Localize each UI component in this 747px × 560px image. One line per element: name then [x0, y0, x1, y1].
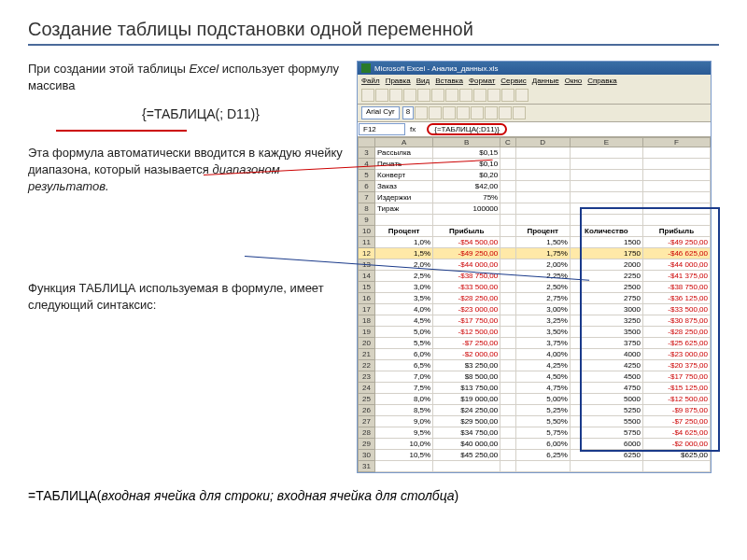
toolbar-button[interactable] [513, 106, 526, 119]
cell[interactable]: -$41 375,00 [642, 271, 710, 282]
menu-item[interactable]: Файл [361, 77, 380, 85]
cell[interactable]: -$30 875,00 [642, 315, 710, 327]
cell[interactable]: $13 750,00 [433, 383, 500, 394]
cell[interactable]: 5,0% [375, 327, 433, 338]
cell[interactable]: Тираж [375, 203, 433, 215]
cell[interactable]: 6,0% [375, 349, 433, 360]
cell[interactable]: $29 500,00 [433, 416, 500, 427]
row-header[interactable]: 9 [359, 215, 375, 226]
cell[interactable]: -$25 625,00 [642, 338, 710, 349]
cell[interactable]: 5,75% [515, 427, 570, 439]
cell[interactable]: -$49 250,00 [642, 237, 710, 248]
cell[interactable]: 7,0% [375, 371, 433, 383]
toolbar-button[interactable] [429, 106, 442, 119]
cell[interactable]: 4250 [570, 360, 642, 371]
cell[interactable]: 1,75% [515, 248, 570, 259]
font-size-box[interactable]: 8 [402, 106, 414, 119]
toolbar-button[interactable] [403, 89, 416, 102]
cell[interactable]: 4,00% [515, 349, 570, 360]
cell[interactable]: 3000 [570, 304, 642, 315]
cell[interactable]: 2,00% [515, 259, 570, 271]
cell[interactable]: -$15 125,00 [642, 383, 710, 394]
col-header[interactable]: A [375, 138, 433, 147]
cell[interactable]: 5,00% [515, 394, 570, 405]
row-header[interactable]: 5 [359, 170, 375, 181]
cell[interactable]: 5,50% [515, 416, 570, 427]
cell[interactable]: -$9 875,00 [642, 405, 710, 416]
toolbar-button[interactable] [417, 89, 430, 102]
cell[interactable]: $34 750,00 [433, 427, 500, 439]
row-header[interactable]: 6 [359, 181, 375, 192]
menu-item[interactable]: Сервис [500, 77, 526, 85]
toolbar-button[interactable] [445, 89, 458, 102]
cell[interactable]: Прибыль [642, 226, 710, 237]
cell[interactable]: -$49 250,00 [433, 248, 500, 259]
cell[interactable]: 1,50% [515, 237, 570, 248]
toolbar-button[interactable] [471, 106, 484, 119]
font-name-box[interactable]: Arial Cyr [361, 106, 400, 119]
cell[interactable]: 9,5% [375, 427, 433, 439]
row-header[interactable]: 27 [359, 416, 375, 427]
cell[interactable]: -$38 750,00 [642, 282, 710, 293]
cell[interactable]: 2000 [570, 259, 642, 271]
cell[interactable]: 2500 [570, 282, 642, 293]
cell[interactable]: 10,0% [375, 439, 433, 450]
cell[interactable]: 5250 [570, 405, 642, 416]
toolbar-button[interactable] [459, 89, 472, 102]
cell[interactable]: 5750 [570, 427, 642, 439]
excel-toolbar-formatting[interactable]: Arial Cyr 8 [358, 105, 711, 122]
row-header[interactable]: 14 [359, 271, 375, 282]
cell[interactable]: 6,5% [375, 360, 433, 371]
cell[interactable]: 5,25% [515, 405, 570, 416]
cell[interactable]: -$44 000,00 [433, 259, 500, 271]
cell[interactable]: $40 000,00 [433, 439, 500, 450]
cell[interactable]: 5,5% [375, 338, 433, 349]
cell[interactable]: $0,15 [433, 147, 500, 159]
col-header[interactable]: C [500, 138, 515, 147]
cell[interactable]: 2,75% [515, 293, 570, 304]
menu-item[interactable]: Вид [416, 77, 430, 85]
cell[interactable]: 3250 [570, 315, 642, 327]
cell[interactable]: 4750 [570, 383, 642, 394]
cell[interactable]: 3500 [570, 327, 642, 338]
cell[interactable]: -$17 750,00 [642, 371, 710, 383]
cell[interactable]: -$12 500,00 [642, 394, 710, 405]
cell[interactable]: Издержки [375, 192, 433, 203]
col-header[interactable]: E [570, 138, 642, 147]
cell[interactable]: $625,00 [642, 450, 710, 461]
cell[interactable]: Заказ [375, 181, 433, 192]
cell[interactable]: -$2 000,00 [642, 439, 710, 450]
cell[interactable]: 3,00% [515, 304, 570, 315]
cell[interactable]: $8 500,00 [433, 371, 500, 383]
row-header[interactable]: 17 [359, 304, 375, 315]
cell[interactable]: 1,0% [375, 237, 433, 248]
row-header[interactable]: 3 [359, 147, 375, 159]
cell[interactable]: -$7 250,00 [642, 416, 710, 427]
menu-item[interactable]: Справка [587, 77, 616, 85]
cell[interactable]: 5500 [570, 416, 642, 427]
cell[interactable]: 4,50% [515, 371, 570, 383]
toolbar-button[interactable] [389, 89, 402, 102]
cell[interactable]: -$33 500,00 [433, 282, 500, 293]
cell[interactable]: $0,20 [433, 170, 500, 181]
cell[interactable]: 4,75% [515, 383, 570, 394]
toolbar-button[interactable] [457, 106, 470, 119]
toolbar-button[interactable] [431, 89, 444, 102]
cell[interactable]: -$28 250,00 [642, 327, 710, 338]
cell[interactable]: 6,25% [515, 450, 570, 461]
cell[interactable]: $45 250,00 [433, 450, 500, 461]
menu-item[interactable]: Правка [386, 77, 411, 85]
row-header[interactable]: 8 [359, 203, 375, 215]
cell[interactable]: 6000 [570, 439, 642, 450]
toolbar-button[interactable] [487, 89, 500, 102]
toolbar-button[interactable] [485, 106, 498, 119]
cell[interactable]: 75% [433, 192, 500, 203]
cell[interactable]: -$2 000,00 [433, 349, 500, 360]
cell[interactable]: Количество [570, 226, 642, 237]
cell[interactable]: -$44 000,00 [642, 259, 710, 271]
excel-toolbar-standard[interactable] [358, 87, 711, 105]
cell[interactable]: Прибыль [433, 226, 500, 237]
row-header[interactable]: 16 [359, 293, 375, 304]
cell[interactable]: Рассылка [375, 147, 433, 159]
row-header[interactable]: 12 [359, 248, 375, 259]
